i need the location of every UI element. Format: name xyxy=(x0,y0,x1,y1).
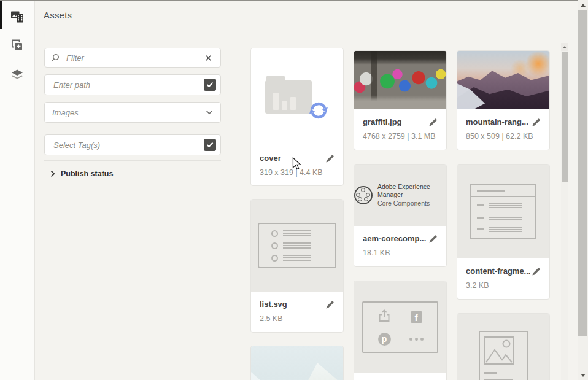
window-scroll-down-button[interactable] xyxy=(578,370,588,380)
asset-name: graffiti.jpg xyxy=(363,117,402,126)
edit-button[interactable] xyxy=(428,235,438,246)
search-icon xyxy=(51,53,60,62)
mouse-cursor xyxy=(292,157,302,174)
rail-item-assets[interactable] xyxy=(0,4,34,31)
pinterest-icon: p xyxy=(378,333,391,346)
aem-logo-line1: Adobe Experience Manager xyxy=(377,183,446,199)
asset-name: list.svg xyxy=(260,300,287,309)
asset-name: aem-corecomp... xyxy=(363,234,426,243)
pencil-icon xyxy=(325,154,335,163)
triangle-up-icon xyxy=(563,46,567,48)
pencil-icon xyxy=(428,118,438,127)
content-fragment-icon xyxy=(470,184,536,239)
checkbox-checked xyxy=(204,139,216,151)
edit-button[interactable] xyxy=(532,267,541,279)
header-divider xyxy=(44,31,576,31)
left-rail xyxy=(0,0,35,380)
asset-card-sharing[interactable]: f p xyxy=(354,281,447,380)
sync-processing-icon xyxy=(308,100,329,121)
pencil-icon xyxy=(325,300,335,309)
asset-card-mountain-range[interactable]: mountain-rang... 850 x 509 | 62.2 KB xyxy=(457,50,550,150)
filter-input[interactable] xyxy=(65,53,197,63)
aem-assets-browser: Assets Images xyxy=(0,0,588,380)
list-icon xyxy=(258,223,336,268)
asset-column-3: mountain-rang... 850 x 509 | 62.2 KB xyxy=(457,50,550,380)
aem-core-components-logo-icon xyxy=(354,186,373,204)
assets-icon xyxy=(10,9,25,26)
asset-card-list-svg[interactable]: list.svg 2.5 KB xyxy=(250,199,344,333)
chevron-right-icon xyxy=(50,170,55,177)
image-placeholder-icon xyxy=(484,336,514,365)
asset-name: cover xyxy=(260,153,281,163)
create-page-icon xyxy=(10,39,24,55)
content-scrollbar-thumb[interactable] xyxy=(562,52,568,182)
asset-name: mountain-rang... xyxy=(466,117,528,126)
asset-card-content-fragment[interactable]: content-fragme... 3.2 KB xyxy=(457,164,550,300)
window-scroll-up-button[interactable] xyxy=(578,0,588,10)
teaser-thumbnail xyxy=(457,314,549,380)
card-caption xyxy=(354,373,446,380)
window-scrollbar[interactable] xyxy=(578,0,588,380)
asset-meta: 4768 x 2759 | 3.1 MB xyxy=(363,132,438,142)
tags-include-checkbox[interactable] xyxy=(199,135,220,155)
file-type-value: Images xyxy=(52,108,79,117)
edit-button[interactable] xyxy=(532,118,541,130)
card-caption: mountain-rang... 850 x 509 | 62.2 KB xyxy=(457,109,549,150)
asset-meta: 3.2 KB xyxy=(466,281,541,291)
window-scrollbar-thumb[interactable] xyxy=(578,10,587,336)
path-input[interactable] xyxy=(52,80,191,90)
asset-card-teaser[interactable] xyxy=(457,313,550,380)
path-include-checkbox[interactable] xyxy=(199,75,220,95)
clear-filter-button[interactable] xyxy=(203,52,214,64)
card-caption: graffiti.jpg 4768 x 2759 | 3.1 MB xyxy=(354,109,446,150)
divider xyxy=(44,160,221,161)
edit-button[interactable] xyxy=(325,300,335,312)
asset-meta: 850 x 509 | 62.2 KB xyxy=(466,132,541,142)
page-title: Assets xyxy=(44,10,72,20)
sharing-thumbnail: f p xyxy=(354,281,446,373)
teaser-document-icon xyxy=(479,331,528,380)
aem-logo-thumbnail: Adobe Experience Manager Core Components xyxy=(354,165,446,226)
tags-input[interactable] xyxy=(52,140,191,150)
pencil-icon xyxy=(428,235,438,244)
checkbox-checked xyxy=(204,79,216,91)
rail-item-layers[interactable] xyxy=(0,63,34,90)
aem-logo-line2: Core Components xyxy=(377,200,446,207)
content-scrollbar[interactable] xyxy=(561,43,568,380)
asset-column-1: cover 319 x 319 | 4.4 KB list.svg xyxy=(250,48,344,380)
sharing-icon: f p xyxy=(362,301,438,353)
triangle-up-icon xyxy=(581,4,586,7)
mountain-thumbnail xyxy=(457,51,549,109)
card-caption: list.svg 2.5 KB xyxy=(251,292,343,333)
publish-status-accordion[interactable]: Publish status xyxy=(50,167,113,180)
asset-meta: 2.5 KB xyxy=(260,314,335,324)
cover-thumbnail xyxy=(251,48,343,145)
file-type-select[interactable]: Images xyxy=(44,102,221,123)
asset-column-2: graffiti.jpg 4768 x 2759 | 3.1 MB Adobe … xyxy=(354,50,447,380)
facebook-icon: f xyxy=(411,311,422,323)
path-filter-group xyxy=(44,74,221,95)
asset-name: content-fragme... xyxy=(466,266,530,276)
filter-search-group xyxy=(44,48,221,68)
ellipsis-icon xyxy=(409,338,424,341)
card-caption: content-fragme... 3.2 KB xyxy=(457,258,549,300)
edit-button[interactable] xyxy=(428,118,438,130)
pencil-icon xyxy=(532,267,541,276)
layers-icon xyxy=(10,69,24,83)
list-svg-thumbnail xyxy=(251,200,343,292)
content-fragment-thumbnail xyxy=(457,165,549,258)
tags-filter-group xyxy=(44,134,221,155)
winter-thumbnail xyxy=(251,346,343,380)
graffiti-thumbnail xyxy=(354,51,446,109)
asset-card-graffiti[interactable]: graffiti.jpg 4768 x 2759 | 3.1 MB xyxy=(354,50,447,150)
asset-card-winter[interactable] xyxy=(250,346,344,380)
content-scroll-up-button[interactable] xyxy=(561,43,568,51)
publish-status-label: Publish status xyxy=(61,169,113,178)
triangle-down-icon xyxy=(581,374,586,377)
pencil-icon xyxy=(532,118,541,127)
rail-item-create[interactable] xyxy=(0,33,34,60)
chevron-down-icon xyxy=(206,110,213,115)
card-caption: aem-corecomp... 18.1 KB xyxy=(354,226,446,267)
edit-button[interactable] xyxy=(325,154,335,166)
asset-card-aem-core-components[interactable]: Adobe Experience Manager Core Components… xyxy=(354,164,447,267)
